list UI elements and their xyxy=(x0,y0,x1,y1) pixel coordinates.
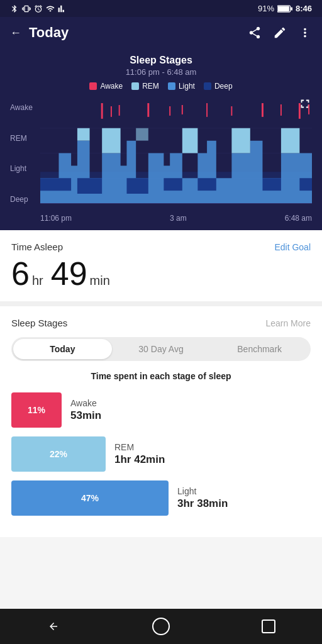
bottom-spacer xyxy=(0,537,322,572)
light-name: Light xyxy=(177,486,228,496)
tab-30day[interactable]: 30 Day Avg xyxy=(112,339,211,359)
sleep-stages-label: Sleep Stages xyxy=(11,318,67,328)
x-label-start: 11:06 pm xyxy=(40,214,72,223)
minutes-value: 49 xyxy=(51,257,87,290)
nav-home-button[interactable] xyxy=(145,611,177,642)
light-percent: 47% xyxy=(81,493,99,503)
awake-percent: 11% xyxy=(28,405,45,415)
y-label-light: Light xyxy=(10,164,38,173)
rem-time: 1hr 42min xyxy=(114,453,165,466)
battery-icon xyxy=(277,4,292,13)
chart-title: Sleep Stages xyxy=(0,48,322,66)
nav-recents-button[interactable] xyxy=(253,611,284,642)
chart-y-labels: Awake REM Light Deep xyxy=(10,103,38,204)
chart-subtitle: 11:06 pm - 6:48 am xyxy=(0,67,322,77)
vibrate-icon xyxy=(22,4,31,13)
time-display: 6 hr 49 min xyxy=(11,257,311,290)
stage-bars: 11% Awake 53min 22% REM 1hr 42min xyxy=(11,392,311,531)
sleep-stages-section: Sleep Stages Learn More Today 30 Day Avg… xyxy=(0,306,322,537)
status-left-icons xyxy=(10,4,67,13)
svg-rect-2 xyxy=(291,7,292,10)
tab-benchmark[interactable]: Benchmark xyxy=(210,339,309,359)
x-label-mid: 3 am xyxy=(170,214,187,223)
status-time: 8:46 xyxy=(296,4,312,13)
alarm-icon xyxy=(34,4,43,13)
rem-bar: 22% xyxy=(11,436,106,472)
chart-x-labels: 11:06 pm 3 am 6:48 am xyxy=(40,214,312,223)
divider-1 xyxy=(0,301,322,306)
signal-icon xyxy=(58,4,67,13)
app-header: ← Today xyxy=(0,17,322,48)
more-icon[interactable] xyxy=(298,26,312,40)
edit-icon[interactable] xyxy=(273,26,287,40)
legend-deep: Deep xyxy=(204,82,233,91)
legend-light: Light xyxy=(168,82,195,91)
awake-info: Awake 53min xyxy=(70,398,101,422)
tab-selector: Today 30 Day Avg Benchmark xyxy=(11,337,311,361)
header-right xyxy=(248,26,312,40)
chart-legend: Awake REM Light Deep xyxy=(0,82,322,91)
awake-time: 53min xyxy=(70,409,101,422)
y-label-deep: Deep xyxy=(10,195,38,204)
stage-row-awake: 11% Awake 53min xyxy=(11,392,311,428)
bluetooth-icon xyxy=(10,4,19,13)
header-left: ← Today xyxy=(10,25,69,41)
y-label-rem: REM xyxy=(10,134,38,143)
light-time: 3hr 38min xyxy=(177,497,228,510)
legend-light-dot xyxy=(168,82,175,90)
chart-svg-area xyxy=(40,103,312,204)
svg-rect-1 xyxy=(278,6,289,11)
legend-awake: Awake xyxy=(89,82,123,91)
minutes-unit: min xyxy=(90,274,110,288)
time-asleep-header: Time Asleep Edit Goal xyxy=(11,242,311,252)
light-info: Light 3hr 38min xyxy=(177,486,228,510)
bottom-nav xyxy=(0,609,322,644)
stage-row-rem: 22% REM 1hr 42min xyxy=(11,436,311,472)
light-bar: 47% xyxy=(11,480,169,516)
edit-goal-link[interactable]: Edit Goal xyxy=(274,242,311,252)
rem-name: REM xyxy=(114,442,165,452)
legend-awake-dot xyxy=(89,82,97,90)
sleep-stages-svg xyxy=(40,103,312,203)
learn-more-link[interactable]: Learn More xyxy=(265,318,311,328)
legend-deep-label: Deep xyxy=(214,82,233,91)
wifi-icon xyxy=(46,4,55,13)
x-label-end: 6:48 am xyxy=(285,214,312,223)
recents-square xyxy=(262,619,275,633)
share-icon[interactable] xyxy=(248,26,262,40)
sleep-chart: Awake REM Light Deep xyxy=(10,97,312,223)
nav-back-button[interactable] xyxy=(38,611,69,642)
chart-section: Sleep Stages 11:06 pm - 6:48 am Awake RE… xyxy=(0,48,322,230)
main-content: Time Asleep Edit Goal 6 hr 49 min Sleep … xyxy=(0,230,322,537)
sleep-stages-header: Sleep Stages Learn More xyxy=(11,318,311,328)
legend-rem-dot xyxy=(131,82,139,90)
hours-unit: hr xyxy=(32,274,43,288)
status-bar: 91% 8:46 xyxy=(0,0,322,17)
back-button[interactable]: ← xyxy=(10,26,21,40)
stage-row-light: 47% Light 3hr 38min xyxy=(11,480,311,516)
y-label-awake: Awake xyxy=(10,103,38,112)
rem-info: REM 1hr 42min xyxy=(114,442,165,466)
legend-rem-label: REM xyxy=(142,82,159,91)
time-asleep-section: Time Asleep Edit Goal 6 hr 49 min xyxy=(0,230,322,301)
awake-bar: 11% xyxy=(11,392,62,428)
legend-light-label: Light xyxy=(179,82,195,91)
light-bar-container: 47% xyxy=(11,480,169,516)
time-asleep-label: Time Asleep xyxy=(11,242,63,252)
legend-deep-dot xyxy=(204,82,211,90)
rem-percent: 22% xyxy=(50,449,67,459)
awake-name: Awake xyxy=(70,398,101,408)
awake-bar-container: 11% xyxy=(11,392,62,428)
stage-description: Time spent in each stage of sleep xyxy=(11,371,311,381)
home-circle xyxy=(152,618,170,635)
battery-percent: 91% xyxy=(258,4,274,13)
page-title: Today xyxy=(29,25,69,41)
hours-value: 6 xyxy=(11,257,30,290)
legend-awake-label: Awake xyxy=(100,82,123,91)
tab-today[interactable]: Today xyxy=(13,339,112,359)
status-right-icons: 91% 8:46 xyxy=(258,4,312,13)
legend-rem: REM xyxy=(131,82,159,91)
rem-bar-container: 22% xyxy=(11,436,106,472)
